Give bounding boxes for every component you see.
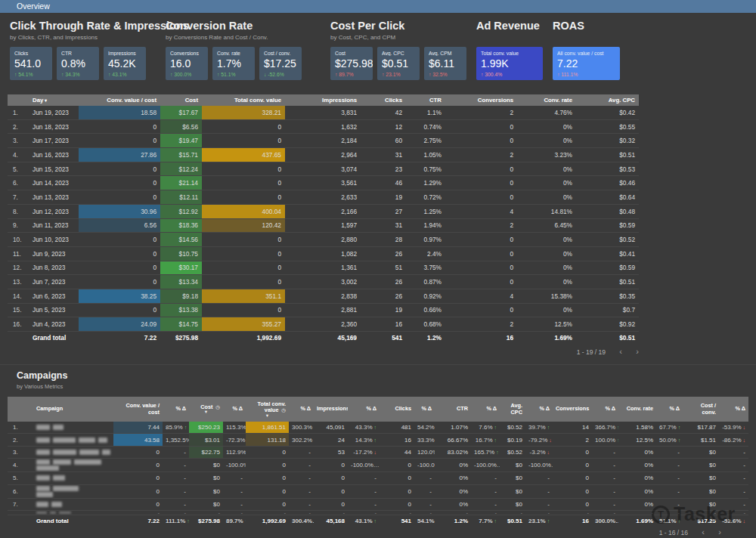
column-header-impressions[interactable]: Impressions xyxy=(285,94,361,106)
cell: 0.74% xyxy=(406,119,445,134)
prev-page-icon[interactable]: ‹ xyxy=(702,527,705,536)
cell: Jun 16, 2023 xyxy=(30,148,79,162)
cell: Jun 19, 2023 xyxy=(30,106,79,119)
delta-value: - xyxy=(374,501,376,508)
campaigns-subtitle: by Various Metrics xyxy=(17,383,63,390)
column-header--2[interactable]: % Δ xyxy=(163,397,189,422)
delta-cell: 67.7%↑ xyxy=(656,422,683,434)
cell: 45,168 xyxy=(314,515,348,527)
column-header-conv-value-cost[interactable]: Conv. value / cost xyxy=(113,397,163,422)
cell: 400.04 xyxy=(202,204,285,218)
up-arrow-icon: ↑ xyxy=(187,518,189,524)
column-header-day[interactable]: Day ▾ xyxy=(30,94,79,106)
delta-cell: - xyxy=(348,472,380,484)
column-header--10[interactable]: % Δ xyxy=(414,397,435,422)
tab-overview[interactable]: Overview xyxy=(17,0,50,13)
column-header-clicks[interactable]: Clicks xyxy=(361,94,406,106)
prev-page-icon[interactable]: ‹ xyxy=(619,347,622,356)
delta-cell: 112.9%↑ xyxy=(223,446,246,458)
cell: 12.5% xyxy=(517,317,576,332)
cell: 1,361 xyxy=(285,261,361,275)
metric-clock-icon: ◷ xyxy=(215,404,220,410)
column-header--16[interactable]: % Δ xyxy=(592,397,618,422)
column-header-cost[interactable]: Cost ◷▼ xyxy=(189,397,223,422)
cell: 26 xyxy=(361,275,406,289)
cell: 1,861.51 xyxy=(246,422,289,434)
column-header-avg-cpc[interactable]: Avg. CPC xyxy=(500,397,525,422)
cell: $22.75 xyxy=(189,446,223,458)
column-header-cost[interactable]: Cost xyxy=(160,94,202,106)
cell: 0 xyxy=(79,246,160,261)
column-header-total-conv-value[interactable]: Total conv. value xyxy=(202,94,285,106)
column-header--20[interactable]: % Δ xyxy=(719,397,748,422)
sort-descending-icon: ▾ xyxy=(43,98,47,103)
column-header-campaign[interactable]: Campaign xyxy=(29,397,113,422)
column-header-index[interactable] xyxy=(8,94,30,106)
delta-value: - xyxy=(374,475,376,481)
column-header-ctr[interactable]: CTR xyxy=(406,94,445,106)
redacted-text xyxy=(53,486,79,491)
cell: Grand total xyxy=(30,332,79,345)
delta-value: 67.7% xyxy=(659,424,677,431)
scorecard-value: $17.25 xyxy=(264,57,297,70)
grand-total-row: Grand total7.22111.1%↑$275.9889.7%↑1,992… xyxy=(8,515,748,527)
scorecard-total-conv-value: Total conv. value1.99K↑ 300.4% xyxy=(476,47,543,80)
next-page-icon[interactable]: › xyxy=(718,527,721,536)
next-page-icon[interactable]: › xyxy=(636,347,639,356)
delta-value: 54.1% xyxy=(417,518,435,524)
cell: 26 xyxy=(361,289,406,303)
delta-value: 16.7% xyxy=(476,437,493,444)
column-header-clicks[interactable]: Clicks xyxy=(380,397,414,422)
column-header-conv-value-cost[interactable]: Conv. value / cost xyxy=(79,94,160,106)
daily-table: Day ▾Conv. value / costCostTotal conv. v… xyxy=(8,94,639,344)
delta-value: 115.3% xyxy=(226,424,246,431)
column-header-conversions[interactable]: Conversions xyxy=(553,397,592,422)
column-header-conv-rate[interactable]: Conv. rate xyxy=(517,94,576,106)
cell: 1.2% xyxy=(435,515,471,527)
cell: 2.75% xyxy=(406,134,445,148)
cell: 2,184 xyxy=(285,134,361,148)
redacted-text xyxy=(102,450,110,455)
cell: 0% xyxy=(618,484,656,498)
cell: $0.55 xyxy=(576,119,639,134)
cell: 0.72% xyxy=(406,190,445,205)
delta-value: - xyxy=(308,501,311,508)
column-header-cost-conv[interactable]: Cost / conv. xyxy=(683,397,719,422)
column-header-total-conv-value[interactable]: Total conv. value ◷▼ xyxy=(246,397,289,422)
column-header-avg-cpc[interactable]: Avg. CPC xyxy=(576,94,639,106)
column-header--8[interactable]: % Δ xyxy=(348,397,380,422)
delta-value: 85.9% xyxy=(166,424,183,431)
column-header--18[interactable]: % Δ xyxy=(656,397,683,422)
scorecard-value: 0.8% xyxy=(61,57,94,70)
column-header-ctr[interactable]: CTR xyxy=(435,397,471,422)
column-header-index[interactable] xyxy=(8,397,29,422)
column-header--12[interactable]: % Δ xyxy=(471,397,500,422)
scorecard-impressions: Impressions45.2K↑ 43.1% xyxy=(104,47,146,80)
cell: 0 xyxy=(246,446,289,458)
delta-value: 43.1% xyxy=(355,518,373,524)
delta-value: - xyxy=(613,462,615,468)
cell: 0 xyxy=(202,233,285,247)
column-header--4[interactable]: % Δ xyxy=(223,397,246,422)
cell: 14.81% xyxy=(517,204,576,218)
column-header-conversions[interactable]: Conversions xyxy=(445,94,517,106)
section-divider xyxy=(0,364,756,365)
cell: 27.86 xyxy=(79,148,160,162)
cell: 437.65 xyxy=(202,148,285,162)
column-header-conv-rate[interactable]: Conv. rate xyxy=(618,397,656,422)
redacted-text xyxy=(79,450,99,455)
cell: 541 xyxy=(380,515,414,527)
cell: 83.02% xyxy=(435,446,471,458)
row-number: 9. xyxy=(8,218,30,233)
delta-cell: 111.1%↑ xyxy=(163,515,189,527)
column-header--14[interactable]: % Δ xyxy=(525,397,553,422)
delta-value: - xyxy=(184,488,186,495)
delta-value: 14.3% xyxy=(355,437,373,444)
delta-cell: 16.7%↑ xyxy=(471,434,500,446)
cell: $0.19 xyxy=(500,434,525,446)
cell: 16 xyxy=(553,515,592,527)
row-number: 7. xyxy=(8,190,30,205)
up-arrow-icon: ↑ xyxy=(494,425,497,430)
column-header--6[interactable]: % Δ xyxy=(289,397,314,422)
column-header-impressions[interactable]: Impressions xyxy=(314,397,348,422)
